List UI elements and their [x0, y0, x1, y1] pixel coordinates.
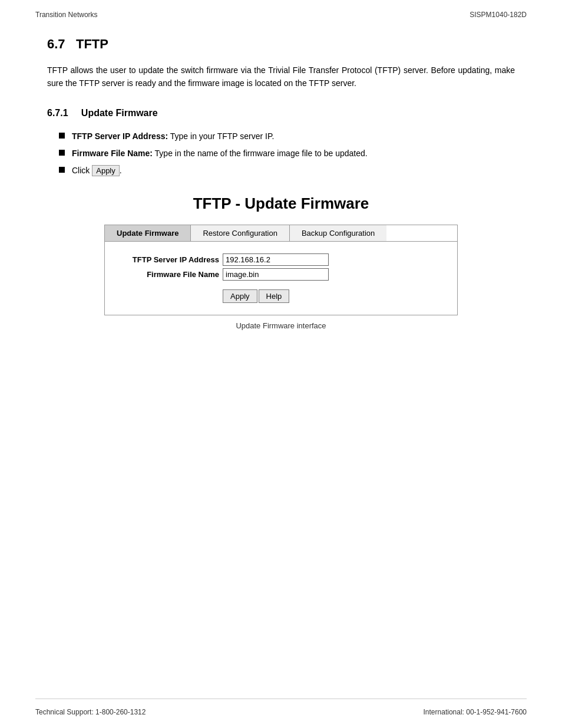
bullet-icon [59, 133, 65, 139]
subsection-title: 6.7.1 Update Firmware [47, 108, 515, 118]
form-label-filename: Firmware File Name [117, 270, 223, 279]
bullet-2-text: Type in the name of the firmware image f… [153, 149, 368, 158]
tftp-server-ip-input[interactable] [223, 253, 329, 266]
form-row-ip: TFTP Server IP Address [117, 253, 445, 266]
tab-update-firmware[interactable]: Update Firmware [105, 225, 191, 241]
tab-backup-configuration[interactable]: Backup Configuration [290, 225, 386, 241]
footer: Technical Support: 1-800-260-1312 Intern… [0, 699, 562, 728]
bullet-list: TFTP Server IP Address: Type in your TFT… [59, 130, 515, 177]
page-wrapper: Transition Networks SISPM1040-182D 6.7 T… [0, 0, 562, 728]
list-item: Click Apply. [59, 164, 515, 177]
bullet-3-plain: Click [72, 166, 92, 175]
form-table: TFTP Server IP Address Firmware File Nam… [117, 253, 445, 281]
list-item: TFTP Server IP Address: Type in your TFT… [59, 130, 515, 143]
ui-section: TFTP - Update Firmware Update Firmware R… [47, 195, 515, 330]
bullet-3-after: . [120, 166, 122, 175]
footer-right: International: 00-1-952-941-7600 [424, 708, 527, 716]
header-left: Transition Networks [35, 11, 98, 19]
apply-button[interactable]: Apply [223, 289, 257, 303]
section-title: 6.7 TFTP [47, 37, 515, 52]
bullet-icon [59, 150, 65, 156]
ui-title: TFTP - Update Firmware [193, 195, 369, 213]
bullet-icon [59, 167, 65, 173]
form-actions: Apply Help [223, 289, 445, 303]
description-text: TFTP allows the user to update the switc… [47, 64, 515, 90]
content-area: 6.7 TFTP TFTP allows the user to update … [0, 25, 562, 532]
list-item: Firmware File Name: Type in the name of … [59, 147, 515, 160]
form-panel: TFTP Server IP Address Firmware File Nam… [104, 242, 458, 315]
form-row-filename: Firmware File Name [117, 268, 445, 281]
bullet-1-text: Type in your TFTP server IP. [168, 131, 274, 141]
bullet-1-bold: TFTP Server IP Address: [72, 131, 168, 141]
form-label-ip: TFTP Server IP Address [117, 255, 223, 264]
inline-apply-button[interactable]: Apply [92, 165, 120, 176]
header: Transition Networks SISPM1040-182D [0, 0, 562, 25]
firmware-file-name-input[interactable] [223, 268, 329, 281]
tab-bar: Update Firmware Restore Configuration Ba… [104, 225, 458, 242]
footer-left: Technical Support: 1-800-260-1312 [35, 708, 146, 716]
bullet-2-bold: Firmware File Name: [72, 149, 153, 158]
help-button[interactable]: Help [259, 289, 290, 303]
header-right: SISPM1040-182D [470, 11, 527, 19]
ui-caption: Update Firmware interface [236, 321, 326, 330]
tab-restore-configuration[interactable]: Restore Configuration [191, 225, 289, 241]
